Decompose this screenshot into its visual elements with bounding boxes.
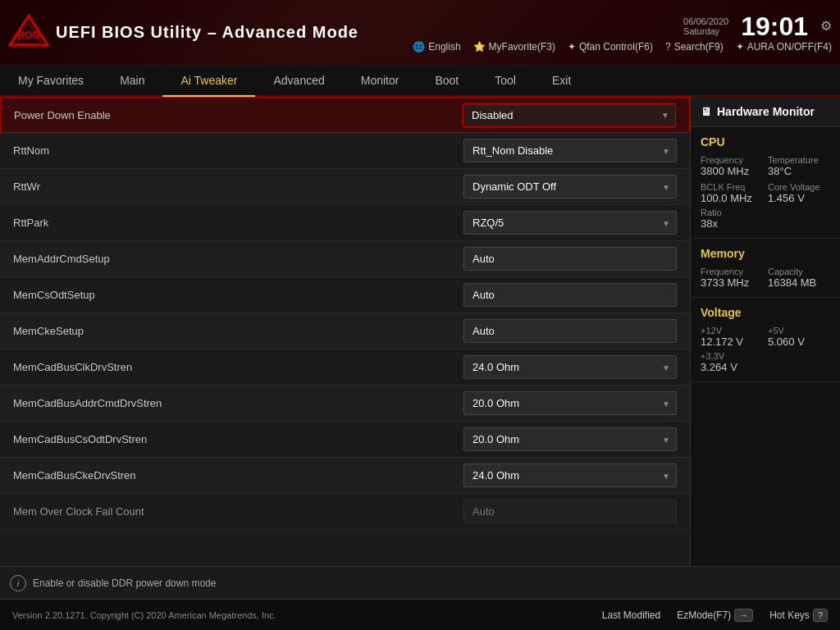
header-right: 06/06/2020 Saturday 19:01 ⚙ 🌐 English ⭐ …	[413, 13, 832, 52]
memory-section-title: Memory	[701, 247, 830, 260]
label-memckesetup: MemCkeSetup	[13, 325, 463, 337]
nav-main[interactable]: Main	[102, 66, 162, 97]
label-memcadbuscsodtdrvstren: MemCadBusCsOdtDrvStren	[13, 433, 463, 445]
aura-icon: ✦	[736, 41, 744, 52]
select-wrapper-rttnom: Rtt_Nom Disable Auto	[463, 139, 677, 162]
select-wrapper-rttwr: Dynamic ODT Off Auto	[463, 175, 677, 199]
dropdown-memcadbusckedrvstren[interactable]: 24.0 Ohm 20.0 Ohm Auto	[463, 463, 677, 487]
nav-boot[interactable]: Boot	[417, 66, 477, 97]
qfan-label: Qfan Control(F6)	[579, 41, 653, 52]
cpu-bclk-value: 100.0 MHz	[701, 192, 763, 204]
v33-label: +3.3V	[701, 351, 830, 361]
voltage-grid: +12V 12.172 V +5V 5.060 V	[701, 326, 830, 348]
cpu-temp-value: 38°C	[768, 165, 830, 177]
value-memcsodtsetup	[463, 283, 677, 307]
logo-area: ROG UEFI BIOS Utility – Advanced Mode	[8, 14, 358, 51]
date-block: 06/06/2020 Saturday	[683, 16, 728, 36]
input-memoverclockfailcount[interactable]	[463, 500, 677, 523]
cpu-corevoltage-item: Core Voltage 1.456 V	[768, 182, 830, 204]
value-memcadbuscsodtdrvstren: 20.0 Ohm 24.0 Ohm Auto	[463, 427, 677, 451]
dropdown-memcadbusaddrcmddrvstren[interactable]: 20.0 Ohm 24.0 Ohm Auto	[463, 391, 677, 415]
select-wrapper-memcadbusckedrvstren: 24.0 Ohm 20.0 Ohm Auto	[463, 463, 677, 487]
cpu-bclk-label: BCLK Freq	[701, 182, 763, 192]
star-icon: ⭐	[473, 41, 486, 52]
mem-freq-value: 3733 MHz	[701, 276, 763, 289]
right-panel: 🖥 Hardware Monitor CPU Frequency 3800 MH…	[690, 97, 840, 566]
nav-exit[interactable]: Exit	[534, 66, 589, 97]
cpu-cv-label: Core Voltage	[768, 182, 830, 192]
info-icon: i	[10, 575, 26, 591]
memory-section: Memory Frequency 3733 MHz Capacity 16384…	[691, 239, 840, 298]
settings-gear-icon[interactable]: ⚙	[820, 18, 832, 34]
cpu-section: CPU Frequency 3800 MHz Temperature 38°C …	[691, 127, 840, 239]
value-power-down: Disabled Enabled	[463, 103, 676, 127]
mem-freq-label: Frequency	[701, 267, 763, 276]
value-memoverclockfailcount	[463, 500, 677, 523]
hot-keys-btn[interactable]: Hot Keys ?	[769, 609, 828, 622]
label-memcadbusaddrcmddrvstren: MemCadBusAddrCmdDrvStren	[13, 397, 463, 409]
day-display: Saturday	[683, 26, 728, 36]
cpu-section-title: CPU	[701, 135, 830, 148]
svg-text:ROG: ROG	[17, 30, 39, 41]
cpu-bclk-item: BCLK Freq 100.0 MHz	[701, 182, 763, 204]
setting-row-memoverclockfailcount: Mem Over Clock Fail Count	[0, 494, 690, 530]
last-modified-btn[interactable]: Last Modified	[602, 609, 660, 622]
setting-row-rttwr: RttWr Dynamic ODT Off Auto	[0, 169, 690, 205]
bottom-bar: Version 2.20.1271. Copyright (C) 2020 Am…	[0, 599, 840, 630]
v5-value: 5.060 V	[768, 336, 830, 348]
date-display: 06/06/2020	[683, 16, 728, 26]
info-text: Enable or disable DDR power down mode	[33, 578, 216, 589]
search-icon: ?	[665, 41, 671, 52]
cpu-temperature-item: Temperature 38°C	[768, 155, 830, 177]
input-memcsodtsetup[interactable]	[463, 283, 677, 307]
hw-monitor-title: 🖥 Hardware Monitor	[691, 97, 840, 127]
ez-mode-btn[interactable]: EzMode(F7) →	[677, 609, 753, 622]
label-memaddrcmdsetup: MemAddrCmdSetup	[13, 253, 463, 265]
cpu-frequency-item: Frequency 3800 MHz	[701, 155, 763, 177]
dropdown-memcadbuscsodtdrvstren[interactable]: 20.0 Ohm 24.0 Ohm Auto	[463, 427, 677, 451]
language-selector[interactable]: 🌐 English	[413, 41, 460, 52]
dropdown-rttnom[interactable]: Rtt_Nom Disable Auto	[463, 139, 677, 162]
hw-monitor-label: Hardware Monitor	[717, 105, 815, 118]
input-memckesetup[interactable]	[463, 319, 677, 343]
qfan-btn[interactable]: ✦ Qfan Control(F6)	[568, 41, 653, 52]
nav-my-favorites[interactable]: My Favorites	[0, 66, 102, 97]
header-controls: 🌐 English ⭐ MyFavorite(F3) ✦ Qfan Contro…	[413, 41, 832, 52]
search-btn[interactable]: ? Search(F9)	[665, 41, 724, 52]
nav-tool[interactable]: Tool	[477, 66, 534, 97]
dropdown-rttpark[interactable]: RZQ/5 Auto	[463, 211, 677, 235]
nav-ai-tweaker[interactable]: Ai Tweaker	[162, 66, 255, 97]
label-memcadbusckedrvstren: MemCadBusCkeDrvStren	[13, 469, 463, 482]
search-label: Search(F9)	[674, 41, 724, 52]
value-rttwr: Dynamic ODT Off Auto	[463, 175, 677, 199]
memory-grid: Frequency 3733 MHz Capacity 16384 MB	[701, 267, 830, 289]
label-memoverclockfailcount: Mem Over Clock Fail Count	[13, 505, 463, 518]
aura-label: AURA ON/OFF(F4)	[747, 41, 832, 52]
info-bar: i Enable or disable DDR power down mode	[0, 566, 840, 599]
voltage-section: Voltage +12V 12.172 V +5V 5.060 V +3.3V …	[691, 298, 840, 382]
select-wrapper-rttpark: RZQ/5 Auto	[463, 211, 677, 235]
value-memckesetup	[463, 319, 677, 343]
cpu-ratio-item: Ratio 38x	[701, 208, 830, 230]
dropdown-power-down[interactable]: Disabled Enabled	[463, 103, 676, 127]
setting-row-rttnom: RttNom Rtt_Nom Disable Auto	[0, 133, 690, 169]
globe-icon: 🌐	[413, 41, 425, 52]
ez-mode-label: EzMode(F7)	[677, 609, 731, 621]
nav-monitor[interactable]: Monitor	[343, 66, 418, 97]
myfavorite-btn[interactable]: ⭐ MyFavorite(F3)	[473, 41, 555, 52]
dropdown-memcadbusclkdrvstren[interactable]: 24.0 Ohm 20.0 Ohm Auto	[463, 355, 677, 379]
last-modified-label: Last Modified	[602, 609, 660, 621]
input-memaddrcmdsetup[interactable]	[463, 247, 677, 271]
nav-advanced[interactable]: Advanced	[255, 66, 342, 97]
cpu-ratio-value: 38x	[701, 217, 830, 230]
aura-btn[interactable]: ✦ AURA ON/OFF(F4)	[736, 41, 832, 52]
setting-row-rttpark: RttPark RZQ/5 Auto	[0, 205, 690, 241]
v12-label: +12V	[701, 326, 763, 336]
settings-panel: Power Down Enable Disabled Enabled RttNo…	[0, 97, 690, 566]
mem-frequency-item: Frequency 3733 MHz	[701, 267, 763, 289]
cpu-ratio-label: Ratio	[701, 208, 830, 217]
hot-keys-label: Hot Keys	[769, 609, 810, 621]
setting-row-memcsodtsetup: MemCsOdtSetup	[0, 277, 690, 313]
dropdown-rttwr[interactable]: Dynamic ODT Off Auto	[463, 175, 677, 199]
label-rttpark: RttPark	[13, 217, 463, 229]
